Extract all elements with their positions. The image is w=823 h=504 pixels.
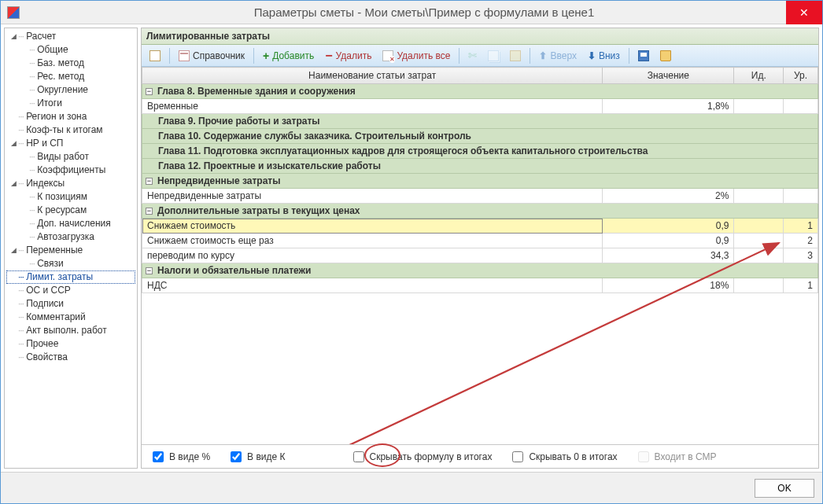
nav-item-3[interactable]: ····Рес. метод [6,70,135,83]
cell-name[interactable]: Непредвиденные затраты [142,189,603,204]
col-value-header[interactable]: Значение [603,68,734,84]
cell-level[interactable] [784,99,818,114]
cell-value[interactable]: 0,9 [603,234,734,248]
nav-item-0[interactable]: ◢····Расчет [6,30,135,43]
nav-item-19[interactable]: ····ОС и ССР [6,284,135,297]
table-row[interactable]: Глава 10. Содержание службы заказчика. С… [142,129,818,144]
close-button[interactable]: ✕ [786,1,822,24]
collapse-icon[interactable]: ◢ [9,177,18,190]
cell-level[interactable]: 1 [784,278,818,293]
table-row[interactable]: НДС18%1 [142,278,818,293]
down-button[interactable]: ⬇Вниз [583,47,625,64]
percent-checkbox[interactable]: В виде % [149,449,210,465]
table-row[interactable]: Глава 11. Подготовка эксплуатационных ка… [142,144,818,159]
delete-all-icon [382,50,393,61]
cell-name[interactable]: Временные [142,99,603,114]
table-row[interactable]: Снижаем стоимость0,91 [142,219,818,234]
nav-item-10[interactable]: ····Коэффициенты [6,164,135,177]
table-row[interactable]: −Глава 8. Временные здания и сооружения [142,84,818,99]
nav-item-22[interactable]: ····Акт выполн. работ [6,324,135,337]
nav-item-2[interactable]: ····Баз. метод [6,57,135,70]
open-button[interactable] [655,47,676,64]
footer-options: В виде % В виде К Скрывать формулу в ито… [142,444,818,468]
cell-level[interactable] [784,189,818,204]
nav-item-1[interactable]: ····Общие [6,43,135,57]
cut-button[interactable]: ✄ [463,47,482,64]
nav-item-16[interactable]: ◢····Переменные [6,244,135,257]
cell-name[interactable]: Снижаем стоимость [142,219,603,234]
minus-icon: − [325,52,332,60]
cell-value[interactable]: 18% [603,278,734,293]
collapse-icon[interactable]: − [146,178,153,185]
nav-item-23[interactable]: ····Прочее [6,337,135,351]
cell-level[interactable]: 3 [784,248,818,263]
collapse-icon[interactable]: ◢ [9,30,18,43]
table-row[interactable]: Непредвиденные затраты2% [142,189,818,204]
nav-tree[interactable]: ◢····Расчет····Общие····Баз. метод····Ре… [4,28,138,469]
nav-item-6[interactable]: ····Регион и зона [6,110,135,123]
nav-item-7[interactable]: ····Коэф-ты к итогам [6,123,135,137]
nav-item-12[interactable]: ····К позициям [6,190,135,204]
add-button[interactable]: +Добавить [258,47,319,64]
delete-button[interactable]: −Удалить [320,47,376,64]
nav-item-18[interactable]: ····Лимит. затраты [6,270,135,284]
coeff-checkbox[interactable]: В виде К [227,449,285,465]
nav-item-14[interactable]: ····Доп. начисления [6,217,135,230]
nav-item-13[interactable]: ····К ресурсам [6,204,135,217]
cell-level[interactable]: 1 [784,219,818,234]
hide-formula-checkbox[interactable]: Скрывать формулу в итогах [350,449,493,465]
limits-table[interactable]: Наименование статьи затрат Значение Ид. … [142,67,818,293]
table-row[interactable]: переводим по курсу34,33 [142,248,818,263]
cell-level[interactable]: 2 [784,234,818,248]
paste-button[interactable] [505,47,526,64]
title-bar: Параметры сметы - Мои сметы\Пример с фор… [1,1,822,24]
nav-item-17[interactable]: ····Связи [6,257,135,270]
table-row[interactable]: Глава 12. Проектные и изыскательские раб… [142,159,818,174]
nav-item-9[interactable]: ····Виды работ [6,150,135,164]
cell-name[interactable]: переводим по курсу [142,248,603,263]
table-row[interactable]: −Непредвиденные затраты [142,174,818,189]
cell-id[interactable] [734,278,784,293]
reference-button[interactable]: Справочник [174,47,249,64]
col-id-header[interactable]: Ид. [734,68,784,84]
table-row[interactable]: Снижаем стоимость еще раз0,92 [142,234,818,248]
cell-id[interactable] [734,219,784,234]
delete-all-button[interactable]: Удалить все [378,47,455,64]
collapse-icon[interactable]: − [146,267,153,274]
norm-button[interactable] [145,47,165,64]
col-name-header[interactable]: Наименование статьи затрат [142,68,603,84]
hide-zero-checkbox[interactable]: Скрывать 0 в итогах [509,449,617,465]
nav-label: Прочее [26,337,58,351]
nav-item-4[interactable]: ····Округление [6,83,135,97]
table-row[interactable]: −Налоги и обязательные платежи [142,263,818,278]
cell-value[interactable]: 0,9 [603,219,734,234]
cell-id[interactable] [734,99,784,114]
nav-item-5[interactable]: ····Итоги [6,97,135,110]
cell-id[interactable] [734,248,784,263]
nav-item-11[interactable]: ◢····Индексы [6,177,135,190]
cell-value[interactable]: 2% [603,189,734,204]
collapse-icon[interactable]: ◢ [9,137,18,150]
nav-item-8[interactable]: ◢····НР и СП [6,137,135,150]
cell-id[interactable] [734,189,784,204]
collapse-icon[interactable]: − [146,88,153,95]
col-level-header[interactable]: Ур. [784,68,818,84]
nav-item-15[interactable]: ····Автозагрузка [6,230,135,244]
collapse-icon[interactable]: ◢ [9,244,18,257]
cell-name[interactable]: Снижаем стоимость еще раз [142,234,603,248]
ok-button[interactable]: OK [755,479,814,498]
cell-value[interactable]: 34,3 [603,248,734,263]
collapse-icon[interactable]: − [146,208,153,215]
cell-id[interactable] [734,234,784,248]
table-row[interactable]: Глава 9. Прочие работы и затраты [142,114,818,129]
nav-item-21[interactable]: ····Комментарий [6,311,135,324]
save-button[interactable] [633,47,654,64]
copy-button[interactable] [483,47,504,64]
up-button[interactable]: ⬆Вверх [534,47,581,64]
cell-name[interactable]: НДС [142,278,603,293]
table-row[interactable]: −Дополнительные затраты в текущих ценах [142,204,818,219]
cell-value[interactable]: 1,8% [603,99,734,114]
nav-item-24[interactable]: ····Свойства [6,351,135,364]
table-row[interactable]: Временные1,8% [142,99,818,114]
nav-item-20[interactable]: ····Подписи [6,297,135,311]
